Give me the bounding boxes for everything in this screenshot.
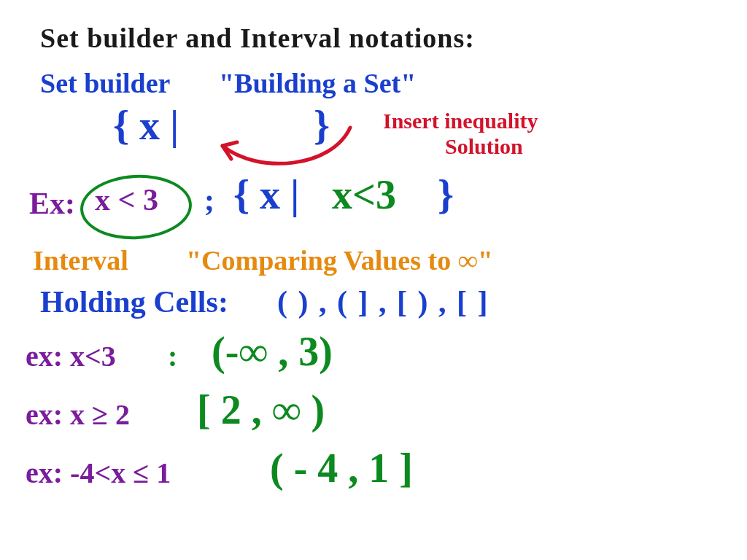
page-title: Set builder and Interval notations:: [40, 22, 475, 54]
ex-condition: x < 3: [95, 182, 158, 217]
whiteboard: Set builder and Interval notations: Set …: [0, 0, 747, 560]
ex-set-cond: x<3: [332, 171, 396, 218]
holding-cells-list: ( ) , ( ] , [ ) , [ ]: [277, 284, 489, 319]
ex1-lhs: ex: x<3: [26, 339, 116, 373]
insert-note-1: Insert inequality: [383, 109, 538, 133]
setbuilder-label: Set builder: [40, 67, 170, 99]
interval-label: Interval: [33, 244, 128, 276]
set-template-left: { x |: [113, 102, 179, 149]
ex-label: Ex:: [29, 186, 75, 221]
ex-set-right: }: [438, 171, 454, 218]
ex2-interval: [ 2 , ∞ ): [197, 386, 325, 433]
ex3-interval: ( - 4 , 1 ]: [270, 445, 413, 491]
ex-set-left: { x |: [233, 171, 299, 218]
setbuilder-quote: "Building a Set": [219, 67, 416, 99]
ex1-interval: (-∞ , 3): [212, 328, 333, 375]
insert-note-2: Solution: [445, 135, 523, 158]
interval-quote: "Comparing Values to ∞": [186, 244, 493, 276]
ex1-colon: :: [168, 339, 177, 373]
ex3-lhs: ex: -4<x ≤ 1: [26, 456, 171, 490]
holding-cells-label: Holding Cells:: [40, 284, 228, 319]
ex-separator: ;: [204, 182, 214, 217]
ex2-lhs: ex: x ≥ 2: [26, 397, 130, 432]
